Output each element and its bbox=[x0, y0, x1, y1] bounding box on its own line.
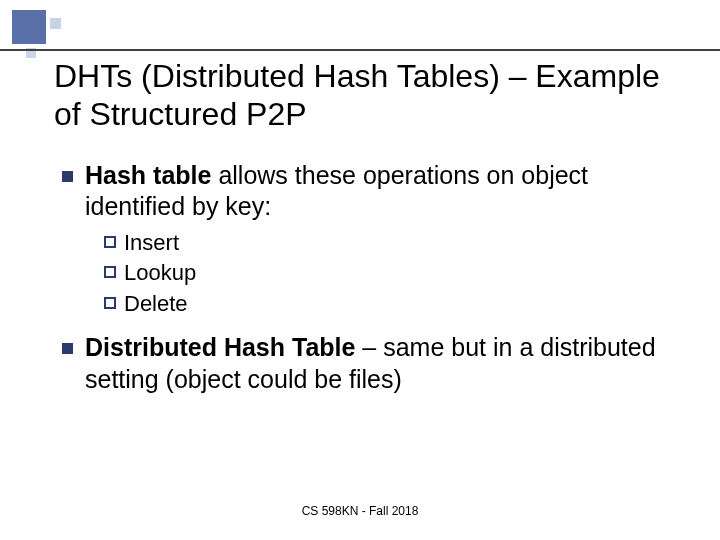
bullet-text: Distributed Hash Table – same but in a d… bbox=[85, 332, 672, 395]
motif-square-large bbox=[12, 10, 46, 44]
slide-body: Hash table allows these operations on ob… bbox=[62, 160, 672, 399]
slide-footer: CS 598KN - Fall 2018 bbox=[0, 504, 720, 518]
slide: DHTs (Distributed Hash Tables) – Example… bbox=[0, 0, 720, 540]
corner-motif bbox=[12, 10, 82, 60]
sub-item: Delete bbox=[104, 290, 672, 319]
svg-rect-2 bbox=[105, 267, 115, 277]
sub-item: Lookup bbox=[104, 259, 672, 288]
svg-rect-3 bbox=[105, 298, 115, 308]
box-bullet-icon bbox=[104, 266, 116, 278]
bullet-bold: Hash table bbox=[85, 161, 211, 189]
bullet-item: Distributed Hash Table – same but in a d… bbox=[62, 332, 672, 395]
square-bullet-icon bbox=[62, 171, 73, 182]
top-divider bbox=[0, 49, 720, 51]
bullet-bold: Distributed Hash Table bbox=[85, 333, 355, 361]
svg-rect-0 bbox=[62, 171, 73, 182]
slide-title: DHTs (Distributed Hash Tables) – Example… bbox=[54, 58, 674, 134]
sub-text: Delete bbox=[124, 290, 188, 319]
box-bullet-icon bbox=[104, 297, 116, 309]
box-bullet-icon bbox=[104, 236, 116, 248]
sub-item: Insert bbox=[104, 229, 672, 258]
sub-text: Insert bbox=[124, 229, 179, 258]
sub-list: Insert Lookup Delete bbox=[104, 229, 672, 319]
svg-rect-1 bbox=[105, 237, 115, 247]
bullet-text: Hash table allows these operations on ob… bbox=[85, 160, 672, 223]
motif-square-small-1 bbox=[50, 18, 61, 29]
bullet-item: Hash table allows these operations on ob… bbox=[62, 160, 672, 223]
svg-rect-4 bbox=[62, 343, 73, 354]
sub-text: Lookup bbox=[124, 259, 196, 288]
square-bullet-icon bbox=[62, 343, 73, 354]
